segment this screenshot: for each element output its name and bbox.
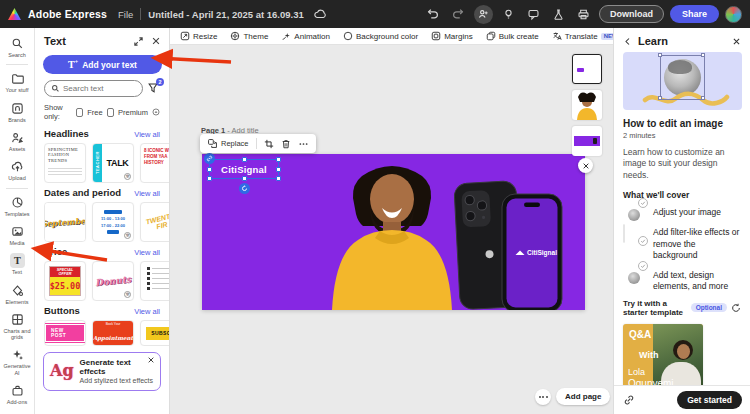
- page-thumbnail-2[interactable]: [572, 90, 602, 120]
- headline-thumbnail-teacher-talk[interactable]: TEACHER TALK ✻: [92, 143, 134, 183]
- text-search-box[interactable]: [44, 80, 143, 97]
- cover-item-2[interactable]: Add filter-like effects or remove the ba…: [623, 225, 741, 260]
- price-thumbnail-special-offer[interactable]: SPECIAL OFFER $25.00: [44, 261, 86, 301]
- price-view-all-link[interactable]: View all: [134, 248, 160, 257]
- selection-handle[interactable]: [701, 53, 705, 57]
- generate-text-effects-promo[interactable]: Ag Generate text effects Add stylized te…: [43, 352, 161, 391]
- file-menu[interactable]: File: [118, 9, 133, 20]
- selection-handle[interactable]: [658, 53, 662, 57]
- price-thumbnail-donuts[interactable]: Donuts ✻: [92, 261, 134, 301]
- background-color-button[interactable]: Background color: [343, 31, 418, 41]
- free-checkbox[interactable]: [76, 108, 83, 117]
- selection-handle[interactable]: [701, 96, 705, 100]
- sidebar-item-generative-ai[interactable]: Generative AI: [0, 344, 34, 379]
- expand-panel-icon[interactable]: [133, 36, 144, 47]
- selection-handle[interactable]: [207, 167, 212, 172]
- feedback-chat-button[interactable]: [524, 5, 543, 24]
- get-started-button[interactable]: Get started: [677, 391, 742, 409]
- sidebar-item-templates[interactable]: Templates: [0, 192, 34, 220]
- sidebar-item-search[interactable]: Search: [0, 33, 34, 61]
- selection-handle[interactable]: [658, 96, 662, 100]
- date-thumbnail-twenty-first[interactable]: TWENTY FIR: [140, 202, 170, 242]
- sidebar-item-media[interactable]: Media: [0, 221, 34, 249]
- deselect-close-button[interactable]: [578, 158, 593, 173]
- selected-logo-element[interactable]: CitiSignal: [211, 161, 277, 177]
- close-promo-icon[interactable]: [147, 356, 155, 364]
- theme-button[interactable]: Theme: [230, 31, 268, 41]
- redo-button[interactable]: [449, 5, 468, 24]
- resize-button[interactable]: Resize: [180, 31, 217, 41]
- tips-lightbulb-button[interactable]: [499, 5, 518, 24]
- headlines-view-all-link[interactable]: View all: [134, 130, 160, 139]
- brand-logo-text[interactable]: CitiSignal: [211, 161, 277, 177]
- more-options-button[interactable]: [298, 139, 309, 149]
- rotate-handle-icon[interactable]: [239, 183, 250, 194]
- crop-button[interactable]: [264, 139, 274, 149]
- sidebar-item-assets[interactable]: Assets: [0, 127, 34, 155]
- search-input[interactable]: [63, 84, 133, 93]
- cover-item-1[interactable]: Adjust your image: [623, 205, 741, 218]
- lesson-preview-banner[interactable]: [623, 52, 742, 110]
- dates-view-all-link[interactable]: View all: [134, 189, 160, 198]
- document-title[interactable]: Untitled - April 21, 2025 at 16.09.31: [148, 9, 303, 20]
- animation-button[interactable]: Animation: [281, 31, 330, 41]
- cloud-sync-icon[interactable]: [311, 5, 330, 24]
- filter-button[interactable]: 2: [147, 81, 161, 96]
- adobe-express-logo-icon[interactable]: [8, 8, 21, 20]
- selection-handle[interactable]: [276, 157, 281, 162]
- sidebar-item-your-stuff[interactable]: Your stuff: [0, 68, 34, 96]
- replace-button[interactable]: Replace: [207, 138, 249, 149]
- buttons-view-all-link[interactable]: View all: [134, 307, 160, 316]
- margins-button[interactable]: Margins: [431, 31, 472, 41]
- cover-item-3[interactable]: Add text, design elements, and more: [623, 268, 741, 292]
- sidebar-item-elements[interactable]: Elements: [0, 280, 34, 308]
- close-learn-icon[interactable]: [732, 37, 741, 46]
- labs-beaker-button[interactable]: [549, 5, 568, 24]
- share-button[interactable]: Share: [670, 5, 719, 23]
- selection-handle[interactable]: [207, 176, 212, 181]
- page-thumbnail-1-selected[interactable]: [572, 54, 602, 84]
- link-icon[interactable]: [204, 153, 215, 164]
- selection-handle[interactable]: [242, 176, 247, 181]
- button-thumbnail-new-post[interactable]: NEW POST: [44, 320, 86, 346]
- delete-button[interactable]: [281, 139, 291, 149]
- refresh-icon[interactable]: [731, 303, 741, 313]
- dates-thumbnails: September 11:00 - 13:00 17:00 - 22:00 ✻ …: [44, 202, 170, 242]
- date-thumbnail-september[interactable]: September: [44, 202, 86, 242]
- page-more-options-button[interactable]: [535, 389, 551, 405]
- sidebar-item-brands[interactable]: Brands: [0, 98, 34, 126]
- back-chevron-icon[interactable]: [623, 37, 632, 46]
- download-button[interactable]: Download: [599, 5, 664, 23]
- sidebar-item-upload[interactable]: Upload: [0, 156, 34, 184]
- translate-button[interactable]: Translate NEW: [552, 31, 621, 41]
- artboard-page-1[interactable]: CitiSignal CitiSignal: [202, 154, 585, 310]
- check-circle-icon: [638, 261, 648, 271]
- price-thumbnail-menu[interactable]: [140, 261, 170, 301]
- selection-handle[interactable]: [242, 157, 247, 162]
- user-avatar[interactable]: [725, 6, 742, 23]
- selection-handle[interactable]: [276, 176, 281, 181]
- premium-checkbox[interactable]: [107, 108, 114, 117]
- headline-thumbnail-iconic[interactable]: 8 ICONIC W FROM YAA HISTORY: [140, 143, 170, 183]
- copy-link-icon[interactable]: [623, 394, 635, 406]
- print-button[interactable]: [574, 5, 593, 24]
- button-thumbnail-appointment[interactable]: Book Your Appointment: [92, 320, 134, 346]
- sidebar-item-charts-grids[interactable]: Charts and grids: [0, 309, 34, 344]
- sidebar-item-text[interactable]: T Text: [0, 250, 34, 278]
- add-collaborator-button[interactable]: [474, 5, 493, 24]
- selection-handle[interactable]: [276, 167, 281, 172]
- svg-text:T: T: [14, 255, 21, 266]
- topbar-actions: Download Share: [424, 5, 742, 24]
- button-thumbnail-subscribe[interactable]: SUBSC: [140, 320, 170, 346]
- headline-thumbnail-springtime[interactable]: SPRINGTIME FASHION TRENDS: [44, 143, 86, 183]
- sidebar-item-add-ons[interactable]: Add-ons: [0, 380, 34, 408]
- page-thumbnail-3[interactable]: [572, 126, 602, 156]
- add-your-text-button[interactable]: T+ Add your text: [43, 55, 162, 74]
- text-icon: T: [10, 253, 25, 268]
- close-panel-icon[interactable]: [151, 36, 161, 46]
- premium-info-icon[interactable]: [152, 108, 160, 116]
- bulk-create-button[interactable]: Bulk create: [486, 31, 539, 41]
- undo-button[interactable]: [424, 5, 443, 24]
- add-page-button[interactable]: Add page: [556, 388, 610, 405]
- date-thumbnail-schedule[interactable]: 11:00 - 13:00 17:00 - 22:00 ✻: [92, 202, 134, 242]
